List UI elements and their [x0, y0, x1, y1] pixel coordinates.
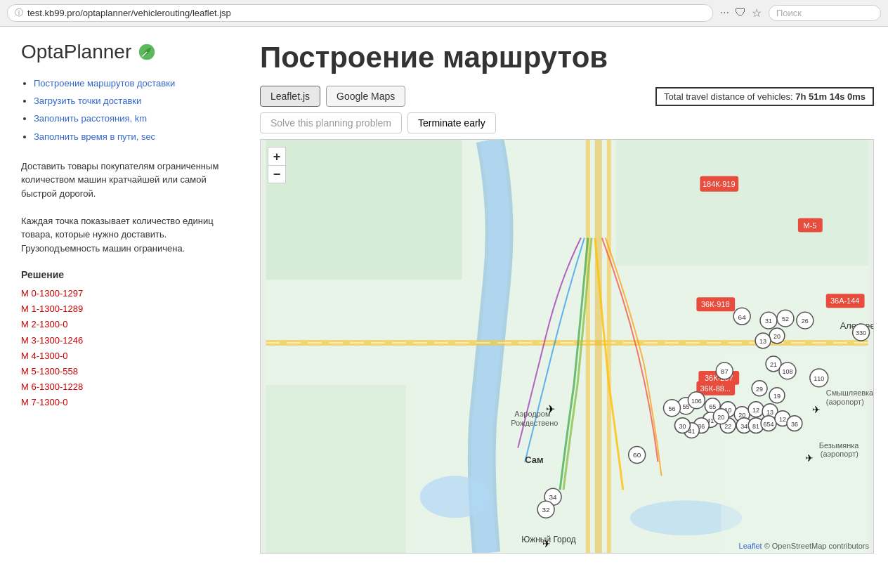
logo-leaf-icon [137, 42, 157, 62]
controls-row-2: Solve this planning problem Terminate ea… [260, 112, 874, 133]
svg-text:31: 31 [765, 318, 772, 325]
tab-leaflet[interactable]: Leaflet.js [260, 86, 320, 107]
svg-text:(аэропорт): (аэропорт) [826, 398, 864, 406]
solution-item-4: М 4-1300-0 [21, 348, 239, 364]
nav-link-distances-anchor[interactable]: Заполнить расстояния, km [34, 113, 147, 124]
svg-text:19: 19 [773, 393, 781, 400]
solution-section: Решение М 0-1300-1297 М 1-1300-1289 М 2-… [21, 269, 239, 410]
url-text: test.kb99.pro/optaplanner/vehiclerouting… [27, 8, 231, 18]
solution-item-6: М 6-1300-1228 [21, 379, 239, 395]
svg-text:26: 26 [802, 318, 809, 325]
logo-text: OptaPlanner [21, 41, 131, 63]
solution-item-3: М 3-1300-1246 [21, 333, 239, 348]
nav-link-time[interactable]: Заполнить время в пути, sec [34, 128, 239, 145]
svg-text:Аэродром: Аэродром [514, 410, 550, 418]
svg-text:106: 106 [691, 398, 702, 405]
description-para-2: Каждая точка показывает количество едини… [21, 214, 239, 256]
svg-text:34: 34 [740, 423, 747, 430]
solution-item-2: М 2-1300-0 [21, 317, 239, 332]
shield-icon[interactable]: 🛡 [735, 6, 746, 20]
svg-text:34: 34 [549, 493, 558, 501]
svg-text:32: 32 [542, 506, 551, 514]
nav-link-load-anchor[interactable]: Загрузить точки доставки [34, 96, 141, 106]
solve-button[interactable]: Solve this planning problem [260, 112, 402, 133]
logo-area: OptaPlanner [21, 41, 239, 63]
svg-text:65: 65 [709, 403, 716, 410]
controls-row-1: Leaflet.js Google Maps Total travel dist… [260, 86, 874, 107]
nav-link-time-anchor[interactable]: Заполнить время в пути, sec [34, 131, 155, 142]
svg-text:20: 20 [773, 333, 781, 340]
solution-item-1: М 1-1300-1289 [21, 301, 239, 317]
svg-text:21: 21 [770, 361, 777, 368]
tab-gmaps[interactable]: Google Maps [326, 86, 405, 107]
svg-text:30: 30 [679, 423, 686, 430]
nav-link-distances[interactable]: Заполнить расстояния, km [34, 110, 239, 127]
map-container: + − [260, 139, 874, 554]
more-icon[interactable]: ··· [720, 6, 729, 20]
svg-text:56: 56 [669, 405, 676, 412]
nav-link-routes-anchor[interactable]: Построение маршрутов доставки [34, 78, 175, 89]
zoom-out-button[interactable]: − [268, 165, 286, 183]
search-placeholder: Поиск [776, 8, 802, 18]
svg-text:36А-144: 36А-144 [830, 296, 859, 305]
description-para-1: Доставить товары покупателям ограниченны… [21, 159, 239, 201]
main-content: Построение маршрутов Leaflet.js Google M… [260, 27, 888, 588]
svg-text:✈: ✈ [812, 404, 821, 415]
svg-text:52: 52 [782, 315, 789, 322]
page-container: OptaPlanner Построение маршрутов доставк… [0, 27, 888, 588]
svg-text:12: 12 [752, 407, 759, 414]
svg-text:330: 330 [856, 329, 866, 337]
distance-badge: Total travel distance of vehicles: 7h 51… [655, 87, 874, 106]
browser-chrome: ⓘ test.kb99.pro/optaplanner/vehiclerouti… [0, 0, 888, 27]
svg-text:✈: ✈ [542, 538, 551, 549]
solution-item-0: М 0-1300-1297 [21, 286, 239, 301]
svg-text:М-5: М-5 [803, 221, 816, 230]
page-title: Построение маршрутов [260, 41, 874, 74]
svg-text:(аэропорт): (аэропорт) [821, 450, 858, 458]
svg-text:184К-919: 184К-919 [703, 180, 736, 188]
svg-text:87: 87 [721, 367, 729, 375]
solution-title: Решение [21, 269, 239, 280]
search-bar[interactable]: Поиск [769, 5, 881, 21]
svg-text:64: 64 [738, 313, 747, 321]
svg-text:36: 36 [791, 421, 798, 428]
info-icon: ⓘ [15, 7, 23, 19]
svg-text:36К-88...: 36К-88... [700, 384, 731, 393]
description: Доставить товары покупателям ограниченны… [21, 159, 239, 256]
map-footer: Leaflet © OpenStreetMap contributors [739, 542, 869, 550]
svg-text:20: 20 [717, 414, 724, 421]
url-bar: ⓘ test.kb99.pro/optaplanner/vehiclerouti… [7, 4, 713, 22]
nav-links: Построение маршрутов доставки Загрузить … [34, 74, 239, 145]
svg-text:36К-918: 36К-918 [701, 300, 730, 308]
svg-text:✈: ✈ [546, 403, 555, 415]
star-icon[interactable]: ☆ [752, 6, 762, 20]
svg-text:Безымянка: Безымянка [819, 441, 859, 450]
terminate-button[interactable]: Terminate early [407, 112, 496, 133]
distance-prefix: Total travel distance of vehicles: [664, 91, 795, 102]
solution-item-7: М 7-1300-0 [21, 395, 239, 410]
svg-rect-6 [266, 385, 405, 553]
svg-rect-4 [266, 140, 462, 280]
svg-text:110: 110 [814, 375, 824, 382]
svg-text:Сам: Сам [525, 455, 543, 465]
svg-text:60: 60 [633, 451, 641, 459]
svg-text:81: 81 [752, 423, 759, 430]
svg-rect-5 [616, 140, 868, 266]
svg-point-2 [420, 476, 490, 518]
svg-text:✈: ✈ [805, 452, 814, 464]
svg-text:29: 29 [756, 386, 763, 393]
svg-text:Рождествено: Рождествено [511, 419, 558, 427]
nav-link-routes[interactable]: Построение маршрутов доставки [34, 74, 239, 92]
svg-text:22: 22 [724, 423, 731, 430]
leaflet-link[interactable]: Leaflet [739, 542, 762, 550]
map-zoom-controls: + − [268, 147, 286, 183]
svg-text:12: 12 [779, 416, 786, 423]
svg-text:13: 13 [759, 338, 766, 345]
browser-actions: ··· 🛡 ☆ [720, 6, 762, 20]
svg-text:Смышляевка: Смышляевка [826, 388, 873, 397]
sidebar: OptaPlanner Построение маршрутов доставк… [0, 27, 260, 588]
svg-text:108: 108 [782, 368, 792, 375]
zoom-in-button[interactable]: + [268, 147, 286, 165]
distance-value: 7h 51m 14s 0ms [795, 91, 866, 102]
nav-link-load[interactable]: Загрузить точки доставки [34, 92, 239, 110]
